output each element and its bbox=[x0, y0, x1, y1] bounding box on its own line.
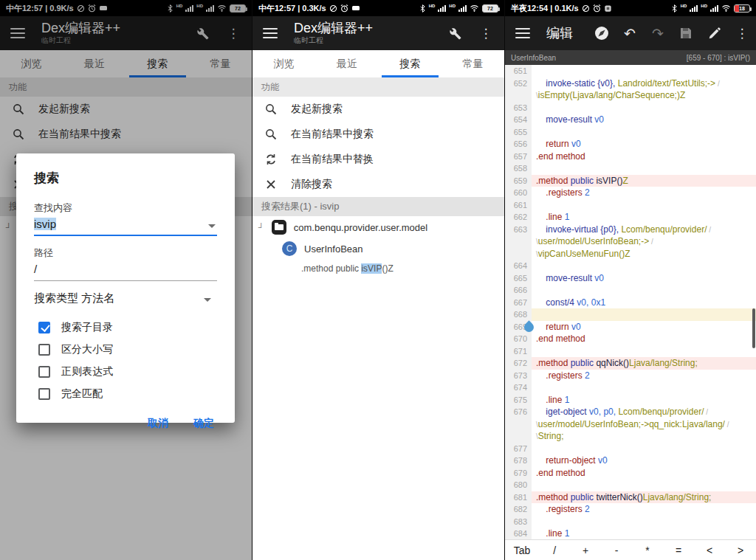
code-editor[interactable]: 651652 invoke-static {v0}, Landroid/text… bbox=[505, 65, 756, 539]
code-line-658[interactable]: 658 bbox=[505, 162, 756, 175]
symbol-key-bar: Tab / + - * = < > bbox=[505, 539, 756, 560]
code-line-669[interactable]: 669 return v0 bbox=[505, 321, 756, 333]
code-line-660[interactable]: 660 .registers 2 bbox=[505, 187, 756, 199]
code-line-652[interactable]: 652 invoke-static {v0}, Landroid/text/Te… bbox=[505, 77, 756, 90]
code-line-671[interactable]: 671 bbox=[505, 345, 756, 358]
code-line-wrap[interactable]: \user/model/UserInfoBean;-> / bbox=[505, 235, 756, 248]
status-misc-icon bbox=[351, 4, 360, 12]
checkbox-icon[interactable] bbox=[38, 322, 50, 333]
ok-button[interactable]: 确定 bbox=[193, 417, 214, 430]
code-line-674[interactable]: 674 bbox=[505, 381, 756, 394]
code-line-655[interactable]: 655 bbox=[505, 126, 756, 139]
method-text: ()Z bbox=[382, 263, 393, 274]
action-new-search[interactable]: 发起新搜索 bbox=[252, 97, 504, 122]
key-equals[interactable]: = bbox=[663, 545, 694, 556]
code-line-662[interactable]: 662 .line 1 bbox=[505, 211, 756, 224]
key-greater-than[interactable]: > bbox=[725, 545, 756, 556]
line-number: 674 bbox=[505, 381, 532, 394]
search-icon bbox=[264, 103, 278, 116]
code-line-wrap[interactable]: \user/model/UserInfoBean;->qq_nick:Ljava… bbox=[505, 418, 756, 431]
tab-recent[interactable]: 最近 bbox=[315, 50, 378, 77]
scrollbar[interactable] bbox=[752, 308, 755, 348]
checkbox-icon[interactable] bbox=[38, 366, 50, 378]
code-line-654[interactable]: 654 move-result v0 bbox=[505, 114, 756, 126]
code-line-684[interactable]: 684 .line 1 bbox=[505, 528, 756, 539]
action-clear-search[interactable]: 清除搜索 bbox=[252, 172, 504, 197]
overflow-menu-icon[interactable]: ⋮ bbox=[734, 25, 750, 41]
tree-class-row[interactable]: C UserInfoBean bbox=[252, 238, 504, 259]
code-line-673[interactable]: 673 .registers 2 bbox=[505, 370, 756, 382]
action-replace-in-results[interactable]: 在当前结果中替换 bbox=[252, 147, 504, 172]
code-line-683[interactable]: 683 bbox=[505, 516, 756, 528]
code-line-653[interactable]: 653 bbox=[505, 102, 756, 114]
code-line-659[interactable]: 659.method public isVIP()Z bbox=[505, 175, 756, 187]
cancel-button[interactable]: 取消 bbox=[148, 417, 168, 430]
edit-pencil-icon[interactable] bbox=[706, 25, 722, 41]
collapse-arrow-icon[interactable]: ┘ bbox=[258, 223, 264, 232]
line-number: 652 bbox=[505, 77, 532, 90]
code-line-682[interactable]: 682 .registers 2 bbox=[505, 503, 756, 516]
signal-icon-2 bbox=[458, 4, 467, 12]
code-line-wrap[interactable]: \vipCanUseMenuFun()Z bbox=[505, 248, 756, 260]
code-line-657[interactable]: 657.end method bbox=[505, 151, 756, 163]
code-line-675[interactable]: 675 .line 1 bbox=[505, 394, 756, 407]
key-plus[interactable]: + bbox=[570, 545, 601, 556]
code-line-wrap[interactable]: \String; bbox=[505, 430, 756, 443]
menu-icon[interactable] bbox=[263, 28, 278, 38]
key-slash[interactable]: / bbox=[539, 545, 570, 556]
line-number: 677 bbox=[505, 443, 532, 455]
action-search-in-results[interactable]: 在当前结果中搜索 bbox=[252, 122, 504, 147]
tab-search[interactable]: 搜索 bbox=[379, 50, 441, 77]
code-line-wrap[interactable]: \isEmpty(Ljava/lang/CharSequence;)Z bbox=[505, 89, 756, 102]
option-case-sensitive[interactable]: 区分大小写 bbox=[34, 339, 217, 361]
code-line-663[interactable]: 663 invoke-virtual {p0}, Lcom/benqu/prov… bbox=[505, 224, 756, 236]
code-line-679[interactable]: 679.end method bbox=[505, 467, 756, 480]
class-name: UserInfoBean bbox=[304, 243, 363, 255]
option-regex[interactable]: 正则表达式 bbox=[34, 361, 217, 383]
tree-method-row[interactable]: .method public isVIP()Z bbox=[252, 259, 504, 278]
code-line-678[interactable]: 678 return-object v0 bbox=[505, 454, 756, 467]
navigate-compass-icon[interactable] bbox=[594, 25, 610, 41]
code-line-670[interactable]: 670.end method bbox=[505, 333, 756, 345]
code-line-666[interactable]: 666 bbox=[505, 284, 756, 297]
chevron-down-icon[interactable] bbox=[204, 298, 211, 302]
line-number: 662 bbox=[505, 211, 532, 224]
mute-icon bbox=[582, 4, 590, 13]
key-tab[interactable]: Tab bbox=[505, 545, 539, 556]
code-line-681[interactable]: 681.method public twitterNick()Ljava/lan… bbox=[505, 491, 756, 504]
checkbox-icon[interactable] bbox=[38, 344, 50, 356]
code-line-680[interactable]: 680 bbox=[505, 479, 756, 491]
checkbox-icon[interactable] bbox=[38, 388, 50, 400]
code-line-651[interactable]: 651 bbox=[505, 65, 756, 77]
key-asterisk[interactable]: * bbox=[632, 545, 663, 556]
chevron-down-icon[interactable] bbox=[208, 224, 216, 228]
option-search-subdirs[interactable]: 搜索子目录 bbox=[34, 317, 217, 339]
code-line-677[interactable]: 677 bbox=[505, 443, 756, 455]
code-line-661[interactable]: 661 bbox=[505, 199, 756, 212]
overflow-menu-icon[interactable]: ⋮ bbox=[478, 25, 494, 41]
code-line-667[interactable]: 667 const/4 v0, 0x1 bbox=[505, 297, 756, 309]
key-less-than[interactable]: < bbox=[694, 545, 725, 556]
key-minus[interactable]: - bbox=[601, 545, 632, 556]
redo-icon[interactable]: ↷ bbox=[650, 25, 666, 41]
code-line-664[interactable]: 664 bbox=[505, 260, 756, 272]
tab-browse[interactable]: 浏览 bbox=[252, 50, 315, 77]
code-line-656[interactable]: 656 return v0 bbox=[505, 138, 756, 151]
tools-icon[interactable] bbox=[447, 25, 463, 41]
undo-icon[interactable]: ↶ bbox=[622, 25, 638, 41]
find-label: 查找内容 bbox=[34, 201, 217, 215]
find-input[interactable]: isvip bbox=[34, 218, 217, 236]
code-line-668[interactable]: 668 bbox=[505, 308, 756, 321]
search-type-dropdown[interactable]: 搜索类型 方法名 bbox=[34, 291, 217, 309]
option-exact-match[interactable]: 完全匹配 bbox=[34, 383, 217, 405]
line-number: 668 bbox=[505, 308, 532, 321]
code-line-676[interactable]: 676 iget-object v0, p0, Lcom/benqu/provi… bbox=[505, 406, 756, 418]
code-line-665[interactable]: 665 move-result v0 bbox=[505, 272, 756, 285]
tab-constants[interactable]: 常量 bbox=[441, 50, 504, 77]
save-icon[interactable] bbox=[678, 25, 694, 41]
line-number bbox=[505, 248, 532, 260]
path-input[interactable]: / bbox=[34, 263, 217, 281]
tree-package-row[interactable]: ┘ com.benqu.provider.user.model bbox=[252, 216, 504, 238]
code-line-672[interactable]: 672.method public qqNick()Ljava/lang/Str… bbox=[505, 357, 756, 370]
menu-icon[interactable] bbox=[515, 28, 530, 38]
